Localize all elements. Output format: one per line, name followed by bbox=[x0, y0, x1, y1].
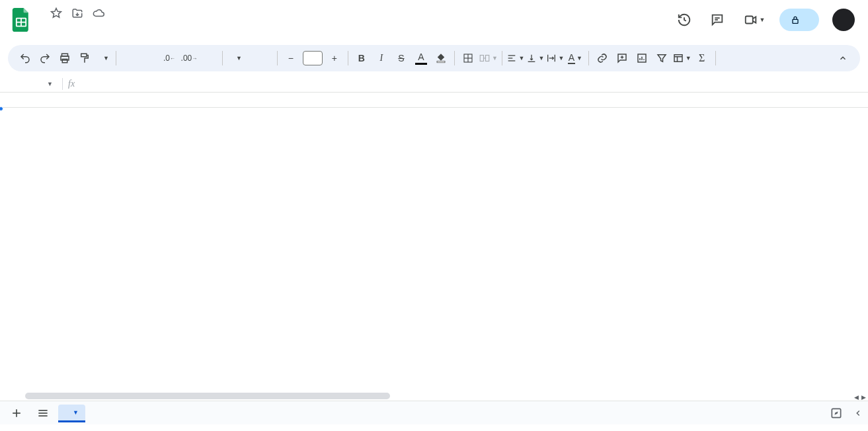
lock-icon bbox=[790, 15, 801, 25]
decrease-decimal-button[interactable]: .0← bbox=[160, 49, 178, 67]
all-sheets-button[interactable] bbox=[32, 403, 54, 423]
menu-help[interactable] bbox=[131, 22, 141, 28]
redo-button[interactable] bbox=[36, 49, 54, 67]
print-button[interactable] bbox=[56, 49, 74, 67]
sheets-logo[interactable] bbox=[8, 7, 34, 33]
spreadsheet-grid[interactable]: ◀▶ bbox=[0, 93, 868, 401]
filter-button[interactable] bbox=[652, 49, 671, 67]
valign-button[interactable]: ▼ bbox=[526, 49, 545, 67]
decrease-font-button[interactable]: − bbox=[282, 49, 300, 67]
text-color-button[interactable]: A bbox=[412, 49, 430, 67]
doc-title[interactable] bbox=[37, 13, 45, 14]
menu-format[interactable] bbox=[83, 22, 94, 28]
menu-file[interactable] bbox=[36, 22, 46, 28]
currency-button[interactable] bbox=[120, 49, 139, 67]
collapse-toolbar-button[interactable] bbox=[834, 49, 852, 67]
wrap-button[interactable]: ▼ bbox=[546, 49, 565, 67]
menu-insert[interactable] bbox=[71, 22, 82, 28]
zoom-select[interactable]: ▼ bbox=[95, 55, 112, 61]
bold-button[interactable]: B bbox=[352, 49, 371, 67]
sheet-tab[interactable]: ▼ bbox=[58, 405, 85, 422]
rotate-button[interactable]: A▼ bbox=[566, 49, 584, 67]
svg-rect-15 bbox=[480, 56, 483, 61]
menu-view[interactable] bbox=[59, 22, 70, 28]
increase-font-button[interactable]: + bbox=[325, 49, 344, 67]
comments-icon[interactable] bbox=[705, 8, 729, 32]
insert-chart-button[interactable] bbox=[633, 49, 651, 67]
horizontal-scrollbar[interactable] bbox=[25, 393, 855, 401]
scroll-left-icon[interactable]: ◀ bbox=[854, 394, 859, 401]
merge-button[interactable]: ▼ bbox=[479, 49, 498, 67]
insert-comment-button[interactable] bbox=[613, 49, 631, 67]
sheet-tabs-bar: ▼ bbox=[0, 401, 868, 424]
percent-button[interactable] bbox=[140, 49, 159, 67]
share-button[interactable] bbox=[779, 9, 819, 31]
borders-button[interactable] bbox=[459, 49, 477, 67]
svg-rect-6 bbox=[793, 19, 798, 23]
menu-tools[interactable] bbox=[107, 22, 118, 28]
toolbar: ▼ .0← .00→ ▼ − + B I S A ▼ ▼ ▼ ▼ A▼ ▼ Σ bbox=[8, 45, 860, 71]
undo-button[interactable] bbox=[16, 49, 34, 67]
add-sheet-button[interactable] bbox=[5, 403, 28, 423]
move-icon[interactable] bbox=[70, 6, 85, 20]
font-size-input[interactable] bbox=[303, 51, 323, 65]
formula-bar: ▼ fx bbox=[0, 75, 868, 93]
functions-button[interactable]: Σ bbox=[693, 49, 711, 67]
side-panel-toggle[interactable] bbox=[853, 409, 863, 418]
svg-rect-5 bbox=[745, 17, 752, 24]
font-select[interactable]: ▼ bbox=[227, 55, 273, 61]
cloud-status-icon[interactable] bbox=[91, 6, 106, 20]
menu-data[interactable] bbox=[95, 22, 106, 28]
history-icon[interactable] bbox=[672, 8, 696, 32]
italic-button[interactable]: I bbox=[372, 49, 391, 67]
meet-icon[interactable]: ▼ bbox=[738, 8, 770, 32]
increase-decimal-button[interactable]: .00→ bbox=[180, 49, 198, 67]
header: ▼ bbox=[0, 0, 868, 40]
strikethrough-button[interactable]: S bbox=[392, 49, 411, 67]
svg-rect-16 bbox=[485, 56, 489, 61]
menu-edit[interactable] bbox=[48, 22, 58, 28]
explore-button[interactable] bbox=[830, 407, 843, 420]
menu-extensions[interactable] bbox=[119, 22, 130, 28]
svg-rect-29 bbox=[674, 55, 682, 62]
star-icon[interactable] bbox=[49, 6, 63, 20]
halign-button[interactable]: ▼ bbox=[506, 49, 525, 67]
paint-format-button[interactable] bbox=[75, 49, 94, 67]
link-button[interactable] bbox=[593, 49, 612, 67]
svg-rect-11 bbox=[437, 61, 445, 63]
svg-rect-10 bbox=[81, 54, 87, 57]
fill-color-button[interactable] bbox=[432, 49, 450, 67]
scroll-right-icon[interactable]: ▶ bbox=[861, 394, 866, 401]
name-box[interactable]: ▼ bbox=[5, 81, 57, 87]
filter-views-button[interactable]: ▼ bbox=[672, 49, 691, 67]
account-avatar[interactable] bbox=[832, 9, 855, 31]
menu-bar bbox=[36, 22, 141, 28]
format-number-button[interactable] bbox=[200, 49, 218, 67]
fx-icon: fx bbox=[68, 79, 75, 89]
